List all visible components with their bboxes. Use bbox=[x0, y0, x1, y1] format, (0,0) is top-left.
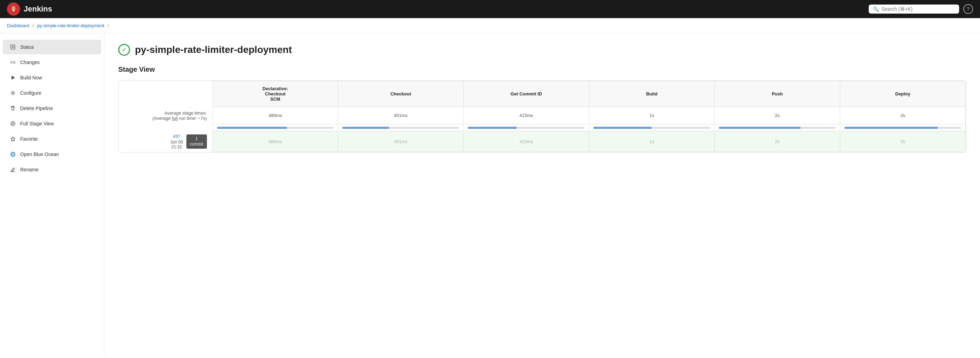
sidebar-label-status: Status bbox=[20, 44, 34, 50]
stage-header-deploy: Deploy bbox=[840, 81, 966, 107]
breadcrumb-project[interactable]: py-simple-rate-limiter-deployment bbox=[37, 23, 104, 28]
progress-bar-cell-0 bbox=[213, 124, 338, 131]
sidebar-label-build-now: Build Now bbox=[20, 75, 42, 80]
build-meta: #37 Jun 08 21:15 bbox=[170, 134, 183, 149]
avg-time-4: 2s bbox=[715, 107, 840, 124]
progress-bar-row bbox=[119, 124, 966, 131]
commit-label: commit bbox=[190, 142, 204, 147]
build-stage-cell-1: 401ms bbox=[338, 131, 464, 152]
sidebar-icon-status bbox=[10, 44, 16, 50]
sidebar-label-rename: Rename bbox=[20, 167, 38, 173]
stage-header-push: Push bbox=[715, 81, 840, 107]
build-time: 21:15 bbox=[170, 144, 183, 149]
build-number[interactable]: #37 bbox=[170, 134, 183, 139]
svg-rect-6 bbox=[11, 45, 15, 49]
sidebar-label-open-blue-ocean: Open Blue Ocean bbox=[20, 152, 59, 157]
sidebar-label-changes: Changes bbox=[20, 59, 40, 65]
sidebar-icon-build-now bbox=[10, 75, 16, 81]
page-title: py-simple-rate-limiter-deployment bbox=[135, 44, 292, 55]
breadcrumb-home[interactable]: Dashboard bbox=[7, 23, 29, 28]
progress-bar-cell-5 bbox=[840, 124, 966, 131]
progress-bar-wrap-1 bbox=[342, 127, 459, 129]
progress-bar-wrap-4 bbox=[719, 127, 836, 129]
sidebar-item-status[interactable]: Status bbox=[3, 40, 101, 54]
status-checkmark: ✓ bbox=[122, 46, 127, 54]
stage-cell-time-3: 1s bbox=[649, 139, 654, 144]
search-input[interactable] bbox=[881, 6, 955, 12]
sidebar-icon-delete-pipeline bbox=[10, 105, 16, 112]
avg-time-0: 480ms bbox=[213, 107, 338, 124]
sidebar-item-build-now[interactable]: Build Now bbox=[3, 70, 101, 85]
commit-count: 1 bbox=[196, 136, 198, 142]
sidebar-icon-configure bbox=[10, 90, 16, 96]
breadcrumb-sep-2: > bbox=[107, 23, 110, 28]
svg-line-9 bbox=[13, 61, 13, 63]
page-title-row: ✓ py-simple-rate-limiter-deployment bbox=[118, 44, 966, 56]
sidebar: Status Changes Build Now Configure Delet… bbox=[0, 34, 104, 356]
svg-point-11 bbox=[12, 92, 14, 94]
svg-marker-15 bbox=[11, 137, 15, 141]
stage-table: Declarative:CheckoutSCMCheckoutGet Commi… bbox=[119, 81, 966, 152]
svg-point-4 bbox=[13, 8, 13, 8]
avg-time-3: 1s bbox=[589, 107, 715, 124]
sidebar-label-configure: Configure bbox=[20, 90, 41, 96]
progress-bar-cell-3 bbox=[589, 124, 715, 131]
progress-spacer bbox=[119, 124, 213, 131]
sidebar-item-favorite[interactable]: Favorite bbox=[3, 132, 101, 146]
svg-point-18 bbox=[12, 153, 14, 155]
svg-point-5 bbox=[14, 8, 14, 8]
sidebar-icon-rename bbox=[10, 166, 16, 173]
sidebar-item-delete-pipeline[interactable]: Delete Pipeline bbox=[3, 101, 101, 116]
svg-rect-12 bbox=[12, 107, 14, 110]
progress-bar-cell-2 bbox=[464, 124, 589, 131]
avg-label-cell: Average stage times: (Average full run t… bbox=[119, 107, 213, 124]
stage-header-get-commit-id: Get Commit ID bbox=[464, 81, 589, 107]
progress-bar-fill-0 bbox=[217, 127, 287, 129]
progress-bar-wrap-3 bbox=[593, 127, 710, 129]
search-box[interactable]: 🔍 bbox=[869, 5, 959, 14]
jenkins-icon bbox=[7, 2, 20, 16]
build-stage-cell-4: 2s bbox=[715, 131, 840, 152]
progress-bar-cell-1 bbox=[338, 124, 464, 131]
sidebar-item-open-blue-ocean[interactable]: Open Blue Ocean bbox=[3, 147, 101, 161]
sidebar-item-configure[interactable]: Configure bbox=[3, 86, 101, 100]
breadcrumb: Dashboard > py-simple-rate-limiter-deplo… bbox=[0, 18, 980, 34]
build-info-inner: #37 Jun 08 21:15 1 commit bbox=[121, 134, 207, 149]
stage-cell-time-2: 415ms bbox=[520, 139, 533, 144]
sidebar-item-rename[interactable]: Rename bbox=[3, 162, 101, 177]
sidebar-icon-changes bbox=[10, 59, 16, 66]
avg-sublabel: (Average full run time: ~7s) bbox=[124, 116, 207, 121]
jenkins-logo[interactable]: Jenkins bbox=[7, 2, 52, 16]
build-stage-cell-5: 2s bbox=[840, 131, 966, 152]
build-row: #37 Jun 08 21:15 1 commit bbox=[119, 131, 966, 152]
main-content: ✓ py-simple-rate-limiter-deployment Stag… bbox=[104, 34, 980, 356]
svg-rect-3 bbox=[13, 10, 14, 11]
sidebar-icon-favorite bbox=[10, 136, 16, 142]
stage-header-declarative-checkout-scm: Declarative:CheckoutSCM bbox=[213, 81, 338, 107]
sidebar-label-delete-pipeline: Delete Pipeline bbox=[20, 105, 53, 111]
avg-time-1: 401ms bbox=[338, 107, 464, 124]
build-stage-cell-3: 1s bbox=[589, 131, 715, 152]
build-stage-cell-2: 415ms bbox=[464, 131, 589, 152]
sidebar-item-full-stage-view[interactable]: Full Stage View bbox=[3, 116, 101, 131]
sidebar-icon-open-blue-ocean bbox=[10, 151, 16, 157]
section-title: Stage View bbox=[118, 66, 966, 74]
progress-bar-fill-3 bbox=[593, 127, 652, 129]
stage-cell-time-1: 401ms bbox=[394, 139, 407, 144]
avg-time-5: 2s bbox=[840, 107, 966, 124]
build-stage-cell-0: 480ms bbox=[213, 131, 338, 152]
help-button[interactable]: ? bbox=[963, 4, 973, 14]
commit-button[interactable]: 1 commit bbox=[186, 134, 207, 149]
breadcrumb-sep-1: > bbox=[32, 23, 34, 28]
progress-bar-fill-4 bbox=[719, 127, 800, 129]
stage-cell-time-4: 2s bbox=[775, 139, 780, 144]
sidebar-item-changes[interactable]: Changes bbox=[3, 55, 101, 70]
main-layout: Status Changes Build Now Configure Delet… bbox=[0, 34, 980, 356]
progress-bar-fill-5 bbox=[844, 127, 938, 129]
svg-point-13 bbox=[11, 121, 15, 126]
header-right: 🔍 ? bbox=[869, 4, 973, 14]
stage-header-checkout: Checkout bbox=[338, 81, 464, 107]
progress-bar-fill-1 bbox=[342, 127, 389, 129]
avg-times-row: Average stage times: (Average full run t… bbox=[119, 107, 966, 124]
progress-bar-fill-2 bbox=[468, 127, 517, 129]
